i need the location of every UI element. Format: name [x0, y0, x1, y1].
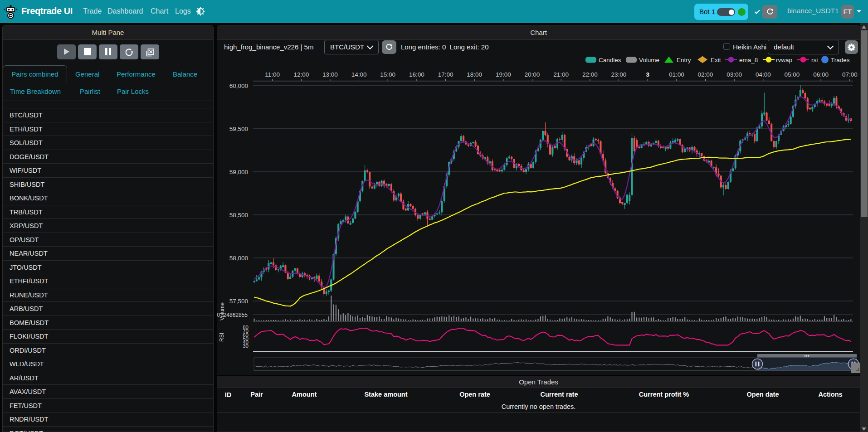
svg-text:Exit: Exit	[711, 57, 721, 63]
svg-text:05:00: 05:00	[785, 71, 800, 78]
svg-text:58,500: 58,500	[229, 212, 248, 218]
svg-text:06:00: 06:00	[813, 71, 829, 78]
svg-text:rsi: rsi	[811, 57, 818, 63]
svg-text:60,000: 60,000	[229, 83, 248, 89]
svg-text:58,000: 58,000	[229, 255, 248, 262]
svg-text:Volume: Volume	[639, 57, 659, 63]
svg-text:0: 0	[217, 312, 220, 318]
svg-text:59,000: 59,000	[229, 169, 248, 175]
svg-text:3: 3	[646, 71, 649, 78]
svg-text:02:00: 02:00	[698, 71, 713, 78]
svg-text:16:00: 16:00	[409, 71, 424, 78]
svg-text:Trades: Trades	[831, 57, 850, 63]
svg-text:13:00: 13:00	[322, 71, 338, 78]
svg-text:12:00: 12:00	[293, 71, 309, 78]
svg-text:ema_8: ema_8	[739, 57, 758, 63]
svg-text:Candles: Candles	[599, 57, 621, 63]
svg-text:59,500: 59,500	[229, 126, 248, 132]
svg-text:23:00: 23:00	[611, 71, 627, 78]
svg-text:19:00: 19:00	[496, 71, 511, 78]
svg-text:04:00: 04:00	[756, 71, 771, 78]
svg-text:30: 30	[243, 343, 249, 349]
svg-text:22:00: 22:00	[582, 71, 598, 78]
svg-text:57,500: 57,500	[229, 298, 248, 305]
svg-text:07:00: 07:00	[842, 71, 858, 78]
svg-text:RSI: RSI	[219, 333, 225, 342]
svg-text:17:00: 17:00	[438, 71, 454, 78]
svg-text:rvwap: rvwap	[776, 57, 792, 63]
svg-text:18:00: 18:00	[467, 71, 482, 78]
svg-text:21:00: 21:00	[553, 71, 569, 78]
svg-text:11:00: 11:00	[265, 71, 280, 78]
svg-text:24862855: 24862855	[224, 312, 248, 318]
svg-text:15:00: 15:00	[380, 71, 395, 78]
svg-text:03:00: 03:00	[727, 71, 742, 78]
svg-text:20:00: 20:00	[525, 71, 540, 78]
svg-text:01:00: 01:00	[669, 71, 684, 78]
svg-text:Entry: Entry	[677, 57, 691, 63]
svg-text:14:00: 14:00	[351, 71, 367, 78]
